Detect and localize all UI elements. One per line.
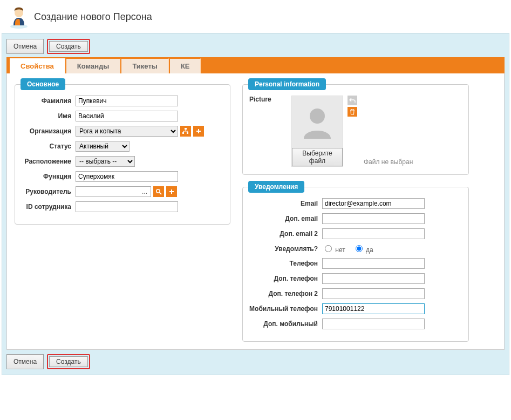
fieldset-notifications: Уведомления Email Доп. email Доп. email … [242, 187, 469, 342]
row-status: Статус Активный [22, 141, 223, 152]
input-mobile[interactable] [322, 303, 425, 314]
cancel-button[interactable]: Отмена [6, 39, 44, 54]
choose-file-button[interactable]: Выберите файл [292, 148, 343, 166]
label-surname: Фамилия [22, 97, 76, 105]
lookup-ellipsis-icon[interactable]: ... [140, 188, 149, 195]
radio-notify-no[interactable] [325, 245, 332, 252]
tab-ci[interactable]: КЕ [170, 58, 201, 73]
right-column: Personal information Picture [242, 84, 469, 342]
page-title: Создание нового Персона [34, 11, 152, 23]
input-add-phone[interactable] [322, 273, 425, 284]
row-function: Функция [22, 171, 223, 182]
org-add-icon[interactable] [193, 126, 204, 137]
svg-point-5 [156, 189, 160, 193]
svg-rect-3 [182, 132, 184, 134]
main-panel: Отмена Создать Свойства Команды Тикеты К… [2, 33, 509, 375]
radio-notify-no-wrapper[interactable]: нет [322, 243, 345, 254]
input-surname[interactable] [76, 96, 178, 106]
radio-notify-yes-label: да [366, 246, 373, 254]
select-location[interactable]: -- выбрать -- [76, 156, 135, 167]
label-add-phone2: Доп. телефон 2 [249, 290, 322, 297]
org-tree-icon[interactable] [180, 126, 191, 137]
svg-line-6 [160, 193, 162, 195]
row-add-email: Доп. email [249, 213, 462, 224]
label-add-email: Доп. email [249, 215, 322, 222]
label-name: Имя [22, 112, 76, 120]
picture-box: Выберите файл [291, 96, 343, 167]
row-mobile: Мобильный телефон [249, 303, 462, 314]
svg-rect-4 [187, 132, 188, 134]
top-toolbar: Отмена Создать [6, 39, 505, 54]
label-notify: Уведомлять? [249, 245, 322, 253]
row-surname: Фамилия [22, 96, 223, 106]
label-add-mobile: Доп. мобильный [249, 320, 322, 328]
input-function[interactable] [76, 171, 178, 182]
input-employee-id[interactable] [76, 201, 178, 212]
svg-rect-2 [185, 128, 187, 130]
label-phone: Телефон [249, 260, 322, 267]
tab-properties[interactable]: Свойства [10, 58, 65, 73]
tab-teams[interactable]: Команды [66, 58, 121, 73]
input-add-email[interactable] [322, 213, 425, 224]
tab-tickets[interactable]: Тикеты [121, 58, 168, 73]
cancel-button-bottom[interactable]: Отмена [6, 354, 44, 369]
radio-notify-yes-wrapper[interactable]: да [353, 243, 373, 254]
form-area: Основное Фамилия Имя Организация Рога и … [6, 73, 505, 350]
no-file-hint: Файл не выбран [364, 158, 413, 166]
row-add-phone: Доп. телефон [249, 273, 462, 284]
picture-placeholder-icon [292, 96, 343, 148]
create-button-bottom-highlight: Создать [47, 354, 90, 369]
radio-notify-no-label: нет [335, 246, 345, 254]
label-mobile: Мобильный телефон [249, 305, 322, 313]
label-employee-id: ID сотрудника [22, 203, 76, 211]
window-header: Создание нового Персона [1, 1, 510, 33]
label-add-phone: Доп. телефон [249, 275, 322, 282]
picture-delete-icon[interactable] [348, 107, 357, 117]
row-name: Имя [22, 111, 223, 121]
row-manager: Руководитель ... [22, 186, 223, 197]
row-phone: Телефон [249, 258, 462, 269]
label-org: Организация [22, 127, 76, 135]
manager-add-icon[interactable] [166, 186, 177, 197]
label-email: Email [249, 200, 322, 207]
create-button-bottom[interactable]: Создать [49, 356, 88, 367]
row-location: Расположение -- выбрать -- [22, 156, 223, 167]
row-org: Организация Рога и копыта [22, 126, 223, 137]
fieldset-personal-info: Personal information Picture [242, 84, 469, 175]
user-avatar-icon [8, 5, 30, 29]
row-notify: Уведомлять? нет да [249, 243, 462, 254]
label-function: Функция [22, 173, 76, 180]
input-name[interactable] [76, 111, 178, 121]
legend-notifications: Уведомления [248, 181, 304, 193]
fieldset-main: Основное Фамилия Имя Организация Рога и … [15, 84, 230, 225]
radio-notify-yes[interactable] [356, 245, 363, 252]
label-location: Расположение [22, 158, 76, 165]
lookup-manager[interactable]: ... [76, 186, 151, 197]
create-button-highlight: Создать [47, 39, 90, 54]
input-email[interactable] [322, 198, 425, 209]
input-add-email2[interactable] [322, 228, 425, 239]
row-add-email2: Доп. email 2 [249, 228, 462, 239]
bottom-toolbar: Отмена Создать [6, 354, 505, 369]
row-employee-id: ID сотрудника [22, 201, 223, 212]
input-add-mobile[interactable] [322, 319, 425, 329]
create-button[interactable]: Создать [49, 41, 88, 52]
legend-main: Основное [21, 78, 65, 90]
select-org[interactable]: Рога и копыта [76, 126, 178, 137]
row-add-phone2: Доп. телефон 2 [249, 288, 462, 299]
row-email: Email [249, 198, 462, 209]
picture-undo-icon[interactable] [348, 96, 357, 105]
label-picture: Picture [249, 96, 287, 103]
legend-personal: Personal information [248, 78, 326, 90]
label-manager: Руководитель [22, 188, 76, 195]
input-phone[interactable] [322, 258, 425, 269]
tabs-row: Свойства Команды Тикеты КЕ [6, 57, 505, 73]
label-add-email2: Доп. email 2 [249, 230, 322, 238]
app-window: Создание нового Персона Отмена Создать С… [0, 0, 511, 420]
input-add-phone2[interactable] [322, 288, 425, 299]
manager-search-icon[interactable] [153, 186, 164, 197]
select-status[interactable]: Активный [76, 141, 130, 152]
row-add-mobile: Доп. мобильный [249, 319, 462, 329]
label-status: Статус [22, 143, 76, 150]
svg-point-7 [310, 109, 325, 124]
